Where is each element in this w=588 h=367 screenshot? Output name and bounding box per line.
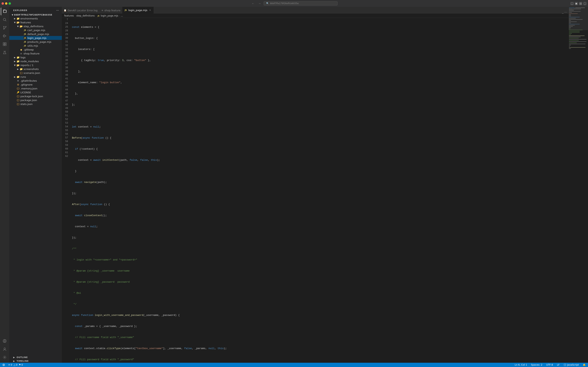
activity-item-remote[interactable]	[1, 337, 8, 345]
utils-label: utils.mjs	[27, 44, 38, 47]
status-language[interactable]: {} JavaScript	[563, 364, 580, 366]
ln-53: 53	[63, 121, 68, 125]
tree-root[interactable]: ▼ 66DF7FFA179F26EFFCB6035E	[9, 13, 62, 17]
folder-icon-4: 📁	[16, 59, 20, 63]
layout-btn-2[interactable]: ▣	[575, 2, 578, 5]
tree-item-products-page[interactable]: ▶ JS products_page.mjs	[9, 40, 62, 44]
tree-item-step-definitions[interactable]: ▼ 📂 step_definitions	[9, 24, 62, 28]
svg-marker-13	[4, 35, 6, 37]
layout-btn-3[interactable]: ▤	[579, 2, 582, 5]
tree-item-shop-feature[interactable]: ▶ ≡ shop.feature	[9, 51, 62, 55]
breadcrumb-more[interactable]: ...	[121, 14, 123, 17]
encoding-text: UTF-8	[546, 364, 553, 366]
status-errors[interactable]: ✕ 0 △ 0 ⚑ 0	[7, 364, 24, 366]
tree-item-logs[interactable]: ▶ 📁 logs	[9, 55, 62, 59]
minimize-button[interactable]	[5, 2, 7, 5]
tree-item-cart-page[interactable]: ▶ JS cart_page.mjs	[9, 28, 62, 32]
activity-item-source-control[interactable]	[1, 24, 8, 32]
ln-57: 57	[63, 136, 68, 140]
tree-item-gitignore[interactable]: ▶ ⚙ .gitignore	[9, 83, 62, 86]
breadcrumb-sep-1: ›	[75, 14, 76, 17]
svg-rect-44	[569, 30, 583, 30]
tab-shop[interactable]: ≡ shop.feature	[100, 7, 123, 14]
svg-rect-24	[575, 8, 585, 8]
split-editor-button[interactable]: ⎯	[562, 10, 563, 14]
activity-item-account[interactable]	[1, 345, 8, 353]
svg-rect-52	[569, 39, 587, 40]
close-button[interactable]	[1, 2, 4, 5]
svg-rect-27	[569, 10, 574, 10]
tab-login[interactable]: JS login_page.mjs ✕	[122, 7, 154, 14]
tree-item-node-modules[interactable]: ▶ 📁 node_modules	[9, 59, 62, 63]
tree-item-default-page[interactable]: ▶ JS default_page.mjs	[9, 32, 62, 36]
activity-item-search[interactable]	[1, 16, 8, 24]
status-spaces[interactable]: Spaces: 2	[530, 364, 543, 366]
back-button[interactable]: ←	[251, 1, 255, 5]
tree-item-features[interactable]: ▼ 📂 features	[9, 20, 62, 24]
svg-line-8	[5, 20, 6, 21]
outline-arrow: ▶	[13, 356, 15, 359]
code-content[interactable]: const elements = { button_login: { locat…	[71, 18, 569, 363]
tree-item-package-lock[interactable]: ▶ {} package-lock.json	[9, 94, 62, 98]
tree-item-screenshots[interactable]: ▶ 📁 screenshots	[9, 67, 62, 71]
more-actions-button[interactable]: ⋯	[56, 8, 59, 12]
ln-7: 7	[63, 18, 68, 22]
ln-31: 31	[63, 40, 68, 44]
timeline-section[interactable]: ▶ TIMELINE	[9, 359, 62, 363]
package-json-label: package.json	[20, 99, 37, 102]
maximize-button[interactable]	[8, 2, 11, 5]
breadcrumb-features[interactable]: features	[64, 14, 74, 17]
tree-item-scenario-json[interactable]: ▶ {} scenario.json	[9, 71, 62, 75]
status-position[interactable]: Ln 6, Col 1	[514, 364, 528, 366]
svg-point-7	[3, 18, 6, 21]
layout-btn-1[interactable]: □	[571, 2, 574, 5]
code-line-54: await context.stable.clickType(elements[…	[72, 347, 569, 350]
tree-item-memory-json[interactable]: ▶ {} .memory.json	[9, 86, 62, 90]
activity-item-settings[interactable]	[1, 353, 8, 361]
status-eol[interactable]: LF	[556, 364, 560, 366]
layout-btn-4[interactable]: ▢	[583, 2, 587, 5]
tab-close-button[interactable]: ✕	[149, 9, 152, 12]
code-line-48: * @param {string} _password password	[72, 280, 569, 284]
forward-button[interactable]: →	[257, 1, 262, 5]
breadcrumb-login-page[interactable]: login_page.mjs	[101, 14, 118, 17]
settings-icon	[2, 355, 7, 359]
code-line-51: async function login_with_username_and_p…	[72, 313, 569, 317]
code-area[interactable]: 7 24 25 28 29 30 31 32 33 34 35 36 37 38…	[62, 18, 569, 363]
tree-item-package-json[interactable]: ▶ {} package.json	[9, 98, 62, 102]
warning-icon: △	[14, 364, 15, 366]
status-notifications[interactable]: 🔔	[582, 364, 587, 366]
ln-36: 36	[63, 58, 68, 62]
tree-item-gitkeep[interactable]: ▶ ◆ .gitkeep	[9, 48, 62, 51]
tree-item-stats-json[interactable]: ▶ {} stats.json	[9, 102, 62, 106]
tree-item-utils[interactable]: ▶ JS utils.mjs	[9, 44, 62, 48]
root-arrow: ▼	[11, 13, 14, 16]
tree-item-environments[interactable]: ▶ 📁 environments	[9, 17, 62, 20]
ln-52: 52	[63, 118, 68, 121]
activity-item-testing[interactable]	[1, 48, 8, 56]
code-line-49: * @ai	[72, 291, 569, 295]
activity-item-explorer[interactable]	[1, 8, 8, 15]
more-tab-actions[interactable]: ⋯	[564, 10, 567, 14]
activity-item-extensions[interactable]	[1, 40, 8, 48]
search-bar[interactable]: 🔍 66df7ffa179f26effcb6035e	[264, 1, 337, 5]
status-encoding[interactable]: UTF-8	[546, 364, 554, 366]
remote-status-icon	[2, 364, 5, 366]
ln-28: 28	[63, 29, 68, 33]
status-remote[interactable]	[1, 364, 6, 366]
title-bar: ← → 🔍 66df7ffa179f26effcb6035e □ ▣ ▤ ▢	[0, 0, 588, 7]
code-line-25: locators: [	[72, 47, 569, 51]
folder-open-icon-2: 📂	[19, 25, 23, 28]
ln-49: 49	[63, 107, 68, 110]
activity-item-run[interactable]	[1, 32, 8, 40]
tab-genall[interactable]: 📋 GenAll Locator Error.log	[62, 7, 100, 14]
search-icon: 🔍	[266, 2, 269, 5]
tree-item-login-page[interactable]: ▶ JS login_page.mjs	[9, 36, 62, 40]
tree-item-reports[interactable]: ▼ 📂 reports / 1	[9, 63, 62, 67]
account-icon	[2, 347, 7, 351]
outline-section[interactable]: ▶ OUTLINE	[9, 355, 62, 359]
tree-item-gitattributes[interactable]: ▶ ⚙ .gitattributes	[9, 79, 62, 83]
tree-item-license[interactable]: ▶ 🔑 LICENSE	[9, 90, 62, 94]
breadcrumb-step-definitions[interactable]: step_definitions	[76, 14, 95, 17]
tree-item-runs[interactable]: ▶ 📁 runs	[9, 75, 62, 79]
